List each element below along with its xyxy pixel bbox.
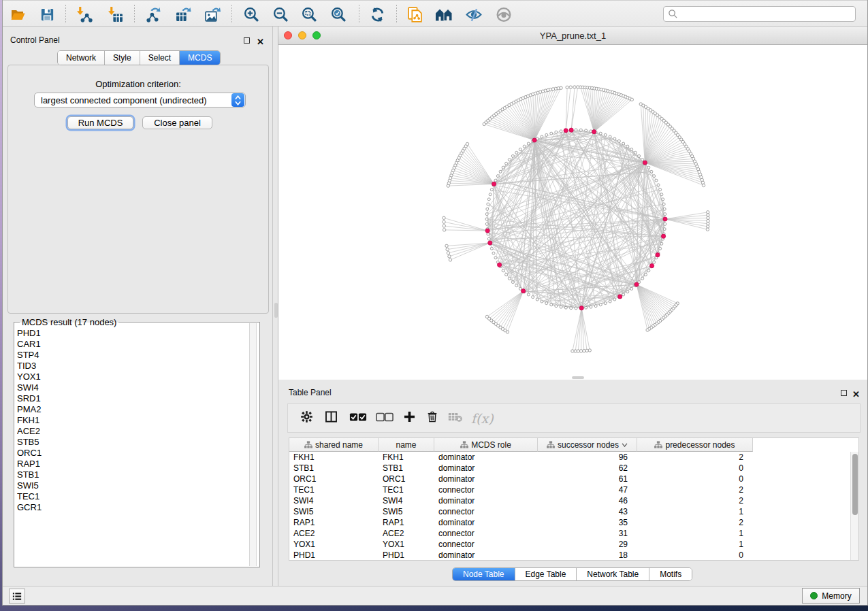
save-session-button[interactable] xyxy=(38,5,56,23)
column-header-predecessor-nodes[interactable]: predecessor nodes xyxy=(637,438,753,452)
column-header-shared-name[interactable]: shared name xyxy=(289,438,379,452)
cell-predecessor-nodes[interactable]: 2 xyxy=(637,518,753,527)
mcds-result-item[interactable]: YOX1 xyxy=(17,371,247,382)
network-canvas[interactable] xyxy=(278,45,867,380)
cell-name[interactable]: ORC1 xyxy=(379,474,434,484)
cell-name[interactable]: FKH1 xyxy=(379,452,434,462)
table-settings-button[interactable] xyxy=(300,410,313,426)
cell-name[interactable]: SWI4 xyxy=(379,496,434,506)
mcds-result-item[interactable]: STB5 xyxy=(17,437,247,448)
function-builder-button[interactable]: f(x) xyxy=(471,411,494,426)
cell-MCDS-role[interactable]: dominator xyxy=(434,518,538,527)
mcds-result-item[interactable]: STB1 xyxy=(17,469,247,480)
split-divider-handle[interactable] xyxy=(572,376,584,379)
mcds-result-item[interactable]: RAP1 xyxy=(17,459,247,469)
cell-successor-nodes[interactable]: 31 xyxy=(538,529,637,538)
export-network-button[interactable] xyxy=(144,5,162,23)
zoom-out-button[interactable] xyxy=(272,5,289,23)
cell-shared-name[interactable]: SWI4 xyxy=(289,496,379,506)
cell-successor-nodes[interactable]: 35 xyxy=(538,518,637,527)
cell-MCDS-role[interactable]: dominator xyxy=(434,463,538,473)
cell-MCDS-role[interactable]: dominator xyxy=(434,452,538,462)
cell-successor-nodes[interactable]: 47 xyxy=(538,485,637,495)
tab-style[interactable]: Style xyxy=(105,51,140,65)
criterion-dropdown[interactable]: largest connected component (undirected) xyxy=(34,93,246,108)
cell-shared-name[interactable]: FKH1 xyxy=(289,452,379,462)
float-panel-icon[interactable] xyxy=(244,34,250,46)
mcds-result-item[interactable]: TID3 xyxy=(17,361,247,371)
tab-edge-table[interactable]: Edge Table xyxy=(515,568,577,580)
network-window-titlebar[interactable]: YPA_prune.txt_1 xyxy=(278,27,867,45)
cell-successor-nodes[interactable]: 61 xyxy=(538,474,637,484)
cell-successor-nodes[interactable]: 62 xyxy=(538,463,637,473)
run-mcds-button[interactable]: Run MCDS xyxy=(67,116,133,129)
clone-network-button[interactable] xyxy=(406,5,423,23)
table-row[interactable]: STB1STB1dominator620 xyxy=(289,463,858,474)
search-box[interactable] xyxy=(663,6,856,22)
table-row[interactable]: SWI4SWI4dominator462 xyxy=(289,495,858,506)
mcds-result-item[interactable]: SWI5 xyxy=(17,480,247,491)
task-history-button[interactable] xyxy=(9,589,25,604)
mcds-result-item[interactable]: ORC1 xyxy=(17,448,247,459)
mcds-result-item[interactable]: SRD1 xyxy=(17,393,247,404)
column-header-name[interactable]: name xyxy=(379,438,434,452)
create-column-button[interactable] xyxy=(403,410,416,426)
table-scrollbar[interactable] xyxy=(850,452,858,560)
cell-successor-nodes[interactable]: 18 xyxy=(538,550,637,560)
show-column-button[interactable] xyxy=(325,410,338,426)
mcds-result-item[interactable]: ACE2 xyxy=(17,426,247,437)
cell-MCDS-role[interactable]: dominator xyxy=(434,496,538,506)
cell-shared-name[interactable]: SWI5 xyxy=(289,507,379,516)
column-header-successor-nodes[interactable]: successor nodes xyxy=(538,438,637,452)
export-table-button[interactable] xyxy=(174,5,192,23)
zoom-fit-button[interactable] xyxy=(300,5,318,23)
cell-MCDS-role[interactable]: connector xyxy=(434,507,538,516)
table-row[interactable]: TEC1TEC1connector472 xyxy=(289,484,858,495)
cell-predecessor-nodes[interactable]: 2 xyxy=(637,452,753,462)
first-neighbors-button[interactable] xyxy=(435,5,453,23)
cell-shared-name[interactable]: ORC1 xyxy=(289,474,379,484)
table-row[interactable]: RAP1RAP1dominator352 xyxy=(289,517,858,528)
tab-mcds[interactable]: MCDS xyxy=(180,51,220,65)
tab-network[interactable]: Network xyxy=(58,51,105,65)
table-row[interactable]: ORC1ORC1dominator610 xyxy=(289,474,858,484)
refresh-button[interactable] xyxy=(368,5,386,23)
cell-shared-name[interactable]: STB1 xyxy=(289,463,379,473)
float-panel-icon[interactable] xyxy=(841,386,847,399)
table-row[interactable]: YOX1YOX1connector291 xyxy=(289,539,858,550)
cell-shared-name[interactable]: YOX1 xyxy=(289,540,379,549)
cell-predecessor-nodes[interactable]: 0 xyxy=(637,463,753,473)
show-all-button[interactable] xyxy=(495,5,513,23)
cell-MCDS-role[interactable]: connector xyxy=(434,529,538,538)
cell-predecessor-nodes[interactable]: 2 xyxy=(637,485,753,495)
zoom-in-button[interactable] xyxy=(242,5,260,23)
mcds-result-item[interactable]: FKH1 xyxy=(17,415,247,426)
tab-node-table[interactable]: Node Table xyxy=(453,568,515,580)
table-row[interactable]: SWI5SWI5connector431 xyxy=(289,506,858,517)
tab-network-table[interactable]: Network Table xyxy=(577,568,649,580)
cell-MCDS-role[interactable]: dominator xyxy=(434,474,538,484)
cell-predecessor-nodes[interactable]: 1 xyxy=(637,529,753,538)
cell-predecessor-nodes[interactable]: 0 xyxy=(637,474,753,484)
import-network-button[interactable] xyxy=(75,5,93,23)
close-panel-button[interactable]: Close panel xyxy=(142,116,212,129)
network-graph[interactable] xyxy=(278,45,868,380)
hide-selected-button[interactable] xyxy=(465,5,483,23)
cell-name[interactable]: RAP1 xyxy=(379,518,434,527)
split-divider-handle[interactable] xyxy=(274,303,278,318)
cell-name[interactable]: YOX1 xyxy=(379,540,434,549)
tab-select[interactable]: Select xyxy=(140,51,180,65)
open-file-button[interactable] xyxy=(9,5,27,23)
mcds-result-item[interactable]: CAR1 xyxy=(17,339,247,350)
cell-MCDS-role[interactable]: dominator xyxy=(434,550,538,560)
delete-table-button[interactable] xyxy=(448,412,463,425)
cell-name[interactable]: TEC1 xyxy=(379,485,434,495)
cell-successor-nodes[interactable]: 96 xyxy=(538,452,637,462)
mcds-result-item[interactable]: STP4 xyxy=(17,350,247,361)
cell-shared-name[interactable]: ACE2 xyxy=(289,529,379,538)
mcds-result-item[interactable]: PMA2 xyxy=(17,404,247,415)
cell-shared-name[interactable]: PHD1 xyxy=(289,550,379,560)
mcds-result-item[interactable]: TEC1 xyxy=(17,491,247,502)
column-header-MCDS-role[interactable]: MCDS role xyxy=(434,438,538,452)
delete-column-button[interactable] xyxy=(426,410,438,426)
